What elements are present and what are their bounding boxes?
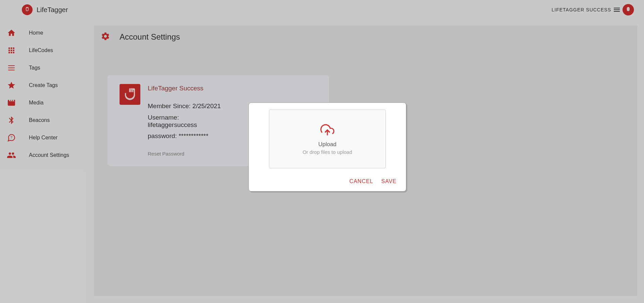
upload-modal: Upload Or drop files to upload CANCEL SA… [248,102,406,191]
save-button[interactable]: SAVE [381,178,397,184]
upload-title: Upload [318,141,336,148]
cancel-button[interactable]: CANCEL [350,178,373,184]
upload-cloud-icon [319,123,336,138]
upload-dropzone[interactable]: Upload Or drop files to upload [269,110,386,168]
modal-button-row: CANCEL SAVE [256,178,399,184]
upload-subtext: Or drop files to upload [303,149,352,155]
